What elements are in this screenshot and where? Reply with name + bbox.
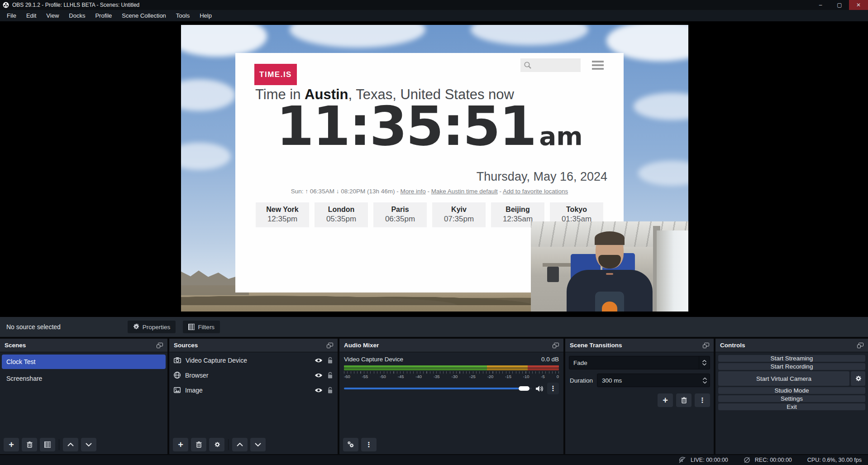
scene-item-clock-test[interactable]: Clock Test bbox=[2, 355, 166, 369]
mixer-toolbar: ⋮ bbox=[339, 435, 563, 454]
add-favorite-link: Add to favorite locations bbox=[503, 188, 568, 195]
menu-edit[interactable]: Edit bbox=[21, 10, 41, 21]
city-box-kyiv: Kyiv07:35pm bbox=[432, 202, 486, 227]
window-controls: – ▢ ✕ bbox=[811, 0, 868, 10]
program-canvas[interactable]: TIME.IS Time in Austin, Texas, United St… bbox=[181, 25, 688, 312]
volume-slider[interactable] bbox=[344, 388, 532, 389]
menu-file[interactable]: File bbox=[2, 10, 21, 21]
cloud bbox=[471, 25, 588, 45]
speaker-icon[interactable] bbox=[535, 385, 544, 392]
source-properties-button[interactable] bbox=[209, 438, 224, 451]
cloud bbox=[181, 143, 231, 170]
search-icon bbox=[524, 61, 532, 69]
cloud bbox=[290, 25, 425, 48]
volume-slider-handle[interactable] bbox=[519, 386, 529, 391]
move-source-down-button[interactable] bbox=[250, 438, 266, 451]
cloud bbox=[181, 25, 267, 57]
move-source-up-button[interactable] bbox=[232, 438, 248, 451]
audio-mixer-dock-header: Audio Mixer bbox=[339, 339, 563, 352]
mixer-channel-menu-button[interactable]: ⋮ bbox=[547, 383, 559, 394]
popout-dock-icon[interactable] bbox=[857, 343, 863, 348]
timeis-date: Thursday, May 16, 2024 bbox=[477, 170, 607, 184]
volume-meter-ticks bbox=[344, 371, 559, 374]
docks-row: Scenes Clock Test Screenshare + bbox=[0, 339, 868, 454]
menu-help[interactable]: Help bbox=[195, 10, 217, 21]
studio-mode-button[interactable]: Studio Mode bbox=[718, 387, 865, 394]
sources-dock-header: Sources bbox=[169, 339, 338, 352]
popout-dock-icon[interactable] bbox=[327, 343, 333, 348]
visibility-icon[interactable] bbox=[315, 358, 323, 363]
sources-dock: Sources Video Capture Device bbox=[169, 339, 338, 454]
menu-docks[interactable]: Docks bbox=[64, 10, 90, 21]
cloud bbox=[181, 79, 235, 111]
add-scene-button[interactable]: + bbox=[4, 438, 19, 451]
cloud bbox=[638, 161, 688, 186]
transition-duration-row: Duration 300 ms bbox=[569, 374, 710, 387]
visibility-icon[interactable] bbox=[315, 373, 323, 378]
properties-button[interactable]: Properties bbox=[128, 321, 176, 333]
volume-meter-bar bbox=[344, 365, 559, 368]
titlebar: OBS 29.1.2 - Profile: LLHLS BETA - Scene… bbox=[0, 0, 868, 10]
globe-icon bbox=[174, 372, 181, 379]
timeis-search-box bbox=[520, 58, 581, 72]
scenes-toolbar: + bbox=[0, 435, 167, 454]
popout-dock-icon[interactable] bbox=[157, 343, 163, 348]
move-scene-down-button[interactable] bbox=[81, 438, 96, 451]
timeis-logo: TIME.IS bbox=[254, 64, 297, 85]
timeis-clock: 11:35:51am bbox=[235, 99, 624, 153]
lock-icon[interactable] bbox=[327, 372, 333, 379]
popout-dock-icon[interactable] bbox=[703, 343, 709, 348]
remove-source-button[interactable] bbox=[191, 438, 206, 451]
person-shirt bbox=[595, 292, 624, 312]
source-row-video-capture-device[interactable]: Video Capture Device bbox=[169, 353, 338, 367]
city-box-new-york: New York12:35pm bbox=[256, 202, 309, 227]
chevron-up-down-icon[interactable] bbox=[699, 356, 710, 369]
virtual-camera-settings-button[interactable] bbox=[851, 371, 865, 386]
menu-view[interactable]: View bbox=[41, 10, 64, 21]
filters-button[interactable]: Filters bbox=[183, 321, 220, 333]
lock-icon[interactable] bbox=[327, 387, 333, 393]
person-hair bbox=[595, 231, 625, 245]
minimize-button[interactable]: – bbox=[811, 0, 830, 10]
remove-scene-button[interactable] bbox=[22, 438, 37, 451]
volume-meter: -60-55-50-45-40-35-30-25-20-15-10-50 bbox=[344, 365, 559, 379]
source-row-image[interactable]: Image bbox=[169, 383, 338, 397]
menu-tools[interactable]: Tools bbox=[171, 10, 195, 21]
add-source-button[interactable]: + bbox=[173, 438, 188, 451]
shirt-graphic bbox=[602, 302, 617, 312]
spinner-arrows[interactable] bbox=[700, 378, 710, 384]
obs-window: OBS 29.1.2 - Profile: LLHLS BETA - Scene… bbox=[0, 0, 868, 465]
city-box-london: London05:35pm bbox=[315, 202, 368, 227]
visibility-icon[interactable] bbox=[315, 388, 323, 393]
rec-timer: REC: 00:00:00 bbox=[755, 457, 792, 463]
transition-select[interactable]: Fade bbox=[569, 356, 710, 369]
mixer-menu-button[interactable]: ⋮ bbox=[361, 438, 377, 451]
start-recording-button[interactable]: Start Recording bbox=[718, 363, 865, 370]
lock-icon[interactable] bbox=[327, 357, 333, 364]
start-virtual-camera-button[interactable]: Start Virtual Camera bbox=[718, 371, 849, 386]
add-transition-button[interactable]: + bbox=[658, 393, 673, 407]
mixer-channel-name: Video Capture Device bbox=[344, 356, 403, 363]
toolbar-separator bbox=[228, 439, 229, 450]
start-streaming-button[interactable]: Start Streaming bbox=[718, 355, 865, 362]
exit-button[interactable]: Exit bbox=[718, 403, 865, 410]
live-timer: LIVE: 00:00:00 bbox=[691, 457, 728, 463]
source-row-browser[interactable]: Browser bbox=[169, 368, 338, 382]
maximize-button[interactable]: ▢ bbox=[830, 0, 849, 10]
record-inactive-icon bbox=[744, 457, 750, 463]
scene-item-screenshare[interactable]: Screenshare bbox=[2, 371, 166, 386]
settings-button[interactable]: Settings bbox=[718, 395, 865, 402]
scene-filters-button[interactable] bbox=[40, 438, 55, 451]
filters-icon bbox=[44, 441, 51, 448]
transition-menu-button[interactable]: ⋮ bbox=[695, 393, 710, 407]
menu-scene-collection[interactable]: Scene Collection bbox=[117, 10, 171, 21]
close-button[interactable]: ✕ bbox=[849, 0, 868, 10]
menu-profile[interactable]: Profile bbox=[90, 10, 117, 21]
popout-dock-icon[interactable] bbox=[553, 343, 559, 348]
remove-transition-button[interactable] bbox=[676, 393, 692, 407]
advanced-audio-button[interactable] bbox=[343, 438, 358, 451]
scenes-dock-title: Scenes bbox=[5, 342, 26, 349]
duration-spinbox[interactable]: 300 ms bbox=[597, 374, 710, 387]
mixer-level-db: 0.0 dB bbox=[541, 356, 559, 363]
move-scene-up-button[interactable] bbox=[63, 438, 78, 451]
